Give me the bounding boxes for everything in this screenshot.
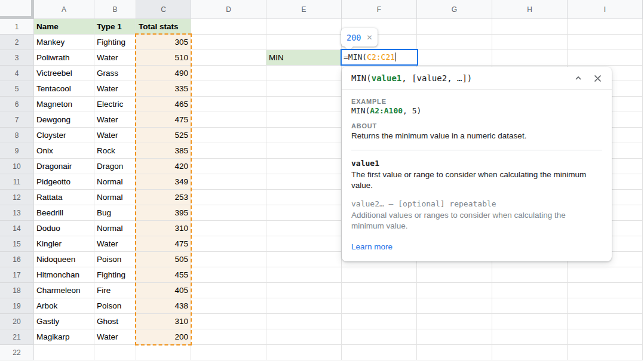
cell-E13[interactable] <box>266 205 342 221</box>
cell-F17[interactable] <box>342 267 417 283</box>
cell-E2[interactable] <box>266 35 342 50</box>
cell-C11[interactable]: 349 <box>136 174 191 190</box>
cell-B9[interactable]: Rock <box>94 143 136 159</box>
cell-F20[interactable] <box>342 314 417 329</box>
row-header-19[interactable]: 19 <box>0 298 34 314</box>
cell-D10[interactable] <box>191 159 266 174</box>
column-header-F[interactable]: F <box>342 0 417 19</box>
cell-D1[interactable] <box>191 19 266 35</box>
cell-A5[interactable]: Tentacool <box>34 81 94 97</box>
row-header-15[interactable]: 15 <box>0 236 34 252</box>
cell-D22[interactable] <box>191 345 266 360</box>
cell-A17[interactable]: Hitmonchan <box>34 267 94 283</box>
cell-A6[interactable]: Magneton <box>34 97 94 112</box>
cell-H17[interactable] <box>492 267 568 283</box>
column-header-D[interactable]: D <box>191 0 266 19</box>
cell-E22[interactable] <box>266 345 342 360</box>
cell-D15[interactable] <box>191 236 266 252</box>
cell-C3[interactable]: 510 <box>136 50 191 66</box>
cell-B15[interactable]: Water <box>94 236 136 252</box>
cell-C16[interactable]: 505 <box>136 252 191 267</box>
cell-I1[interactable] <box>568 19 643 35</box>
row-header-4[interactable]: 4 <box>0 66 34 81</box>
cell-B14[interactable]: Normal <box>94 221 136 236</box>
cell-C18[interactable]: 405 <box>136 283 191 298</box>
row-header-5[interactable]: 5 <box>0 81 34 97</box>
cell-E5[interactable] <box>266 81 342 97</box>
close-icon[interactable]: ✕ <box>366 33 372 42</box>
cell-B10[interactable]: Dragon <box>94 159 136 174</box>
cell-D19[interactable] <box>191 298 266 314</box>
cell-H19[interactable] <box>492 298 568 314</box>
row-header-10[interactable]: 10 <box>0 159 34 174</box>
cell-E16[interactable] <box>266 252 342 267</box>
cell-C4[interactable]: 490 <box>136 66 191 81</box>
cell-A16[interactable]: Nidoqueen <box>34 252 94 267</box>
row-header-9[interactable]: 9 <box>0 143 34 159</box>
cell-I2[interactable] <box>568 35 643 50</box>
cell-C22[interactable] <box>136 345 191 360</box>
cell-B11[interactable]: Normal <box>94 174 136 190</box>
cell-D11[interactable] <box>191 174 266 190</box>
column-header-B[interactable]: B <box>94 0 136 19</box>
cell-A8[interactable]: Cloyster <box>34 128 94 143</box>
cell-C12[interactable]: 253 <box>136 190 191 205</box>
cell-H2[interactable] <box>492 35 568 50</box>
cell-C17[interactable]: 455 <box>136 267 191 283</box>
cell-G2[interactable] <box>417 35 492 50</box>
cell-C7[interactable]: 475 <box>136 112 191 128</box>
cell-D12[interactable] <box>191 190 266 205</box>
cell-C1[interactable]: Total stats <box>136 19 191 35</box>
cell-G3[interactable] <box>417 50 492 66</box>
cell-H18[interactable] <box>492 283 568 298</box>
cell-E1[interactable] <box>266 19 342 35</box>
cell-D20[interactable] <box>191 314 266 329</box>
cell-I20[interactable] <box>568 314 643 329</box>
column-header-H[interactable]: H <box>492 0 568 19</box>
cell-H3[interactable] <box>492 50 568 66</box>
cell-I17[interactable] <box>568 267 643 283</box>
cell-C8[interactable]: 525 <box>136 128 191 143</box>
cell-B3[interactable]: Water <box>94 50 136 66</box>
column-header-A[interactable]: A <box>34 0 94 19</box>
cell-B21[interactable]: Water <box>94 329 136 345</box>
cell-D7[interactable] <box>191 112 266 128</box>
cell-B19[interactable]: Poison <box>94 298 136 314</box>
cell-B18[interactable]: Fire <box>94 283 136 298</box>
cell-G17[interactable] <box>417 267 492 283</box>
row-header-20[interactable]: 20 <box>0 314 34 329</box>
cell-G20[interactable] <box>417 314 492 329</box>
cell-D2[interactable] <box>191 35 266 50</box>
cell-A2[interactable]: Mankey <box>34 35 94 50</box>
cell-G22[interactable] <box>417 345 492 360</box>
cell-G1[interactable] <box>417 19 492 35</box>
row-header-21[interactable]: 21 <box>0 329 34 345</box>
cell-B2[interactable]: Fighting <box>94 35 136 50</box>
cell-C5[interactable]: 335 <box>136 81 191 97</box>
cell-F22[interactable] <box>342 345 417 360</box>
cell-F21[interactable] <box>342 329 417 345</box>
cell-E6[interactable] <box>266 97 342 112</box>
row-header-18[interactable]: 18 <box>0 283 34 298</box>
cell-A9[interactable]: Onix <box>34 143 94 159</box>
cell-I18[interactable] <box>568 283 643 298</box>
row-header-2[interactable]: 2 <box>0 35 34 50</box>
cell-A18[interactable]: Charmeleon <box>34 283 94 298</box>
cell-I3[interactable] <box>568 50 643 66</box>
cell-I21[interactable] <box>568 329 643 345</box>
row-header-17[interactable]: 17 <box>0 267 34 283</box>
close-icon[interactable] <box>593 74 602 83</box>
cell-C20[interactable]: 310 <box>136 314 191 329</box>
cell-A10[interactable]: Dragonair <box>34 159 94 174</box>
cell-I19[interactable] <box>568 298 643 314</box>
cell-F18[interactable] <box>342 283 417 298</box>
cell-C9[interactable]: 385 <box>136 143 191 159</box>
cell-H21[interactable] <box>492 329 568 345</box>
cell-B7[interactable]: Water <box>94 112 136 128</box>
cell-D9[interactable] <box>191 143 266 159</box>
cell-D17[interactable] <box>191 267 266 283</box>
row-header-7[interactable]: 7 <box>0 112 34 128</box>
cell-D13[interactable] <box>191 205 266 221</box>
cell-A7[interactable]: Dewgong <box>34 112 94 128</box>
row-header-8[interactable]: 8 <box>0 128 34 143</box>
